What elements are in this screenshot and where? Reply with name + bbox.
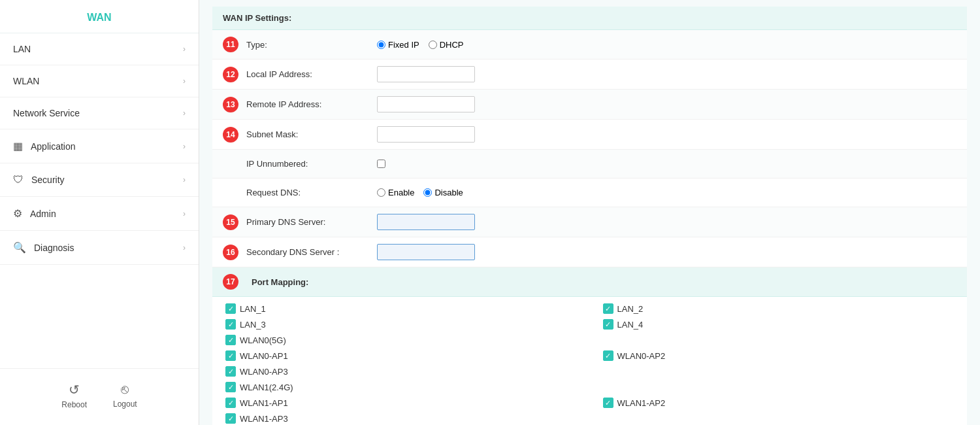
port-mapping-label: Port Mapping: (252, 277, 308, 287)
sidebar-item-diagnosis[interactable]: 🔍 Diagnosis › (0, 231, 199, 265)
sidebar-item-wlan[interactable]: WLAN › (0, 65, 199, 97)
lan4-checkbox-icon[interactable]: ✓ (603, 319, 613, 330)
reboot-button[interactable]: ↺ Reboot (61, 382, 87, 409)
lan3-checkbox-icon[interactable]: ✓ (225, 319, 236, 330)
sidebar-item-lan[interactable]: LAN › (0, 33, 199, 65)
lan3-label: LAN_3 (240, 320, 266, 330)
step-13-badge: 13 (223, 97, 238, 112)
wlan1-24g-checkbox-icon[interactable]: ✓ (225, 382, 236, 392)
chevron-right-icon: › (183, 209, 186, 218)
wlan1-ap2-label: WLAN1-AP2 (617, 398, 666, 408)
step-16-badge: 16 (223, 245, 238, 260)
chevron-right-icon: › (183, 109, 186, 118)
enable-label: Enable (388, 188, 414, 197)
port-item-lan3: ✓ LAN_3 (225, 319, 577, 330)
dhcp-radio-item[interactable]: DHCP (429, 40, 464, 50)
type-row: 11 Type: Fixed IP DHCP (212, 30, 967, 60)
sidebar-item-admin[interactable]: ⚙ Admin › (0, 197, 199, 231)
wlan0-ap1-checkbox-icon[interactable]: ✓ (225, 350, 236, 361)
wlan1-ap1-label: WLAN1-AP1 (240, 398, 288, 408)
sidebar-item-admin-label: Admin (30, 209, 183, 219)
wlan1-ap3-label: WLAN1-AP3 (240, 414, 288, 424)
sidebar: WAN LAN › WLAN › Network Service › ▦ App… (0, 0, 199, 425)
sidebar-item-security[interactable]: 🛡 Security › (0, 163, 199, 197)
logout-label: Logout (113, 400, 137, 409)
shield-icon: 🛡 (13, 174, 24, 186)
sidebar-title: WAN (0, 0, 199, 33)
wlan1-ap1-checkbox-icon[interactable]: ✓ (225, 398, 236, 408)
sidebar-item-network-service[interactable]: Network Service › (0, 97, 199, 129)
secondary-dns-control: 8.8.4.4 (377, 244, 956, 260)
port-item-wlan1-ap1: ✓ WLAN1-AP1 (225, 398, 577, 408)
logout-button[interactable]: ⎋ Logout (113, 382, 137, 409)
wlan0-5g-checkbox-icon[interactable]: ✓ (225, 335, 236, 345)
step-14-badge: 14 (223, 127, 238, 143)
wlan1-24g-label: WLAN1(2.4G) (240, 382, 293, 392)
type-label: Type: (246, 40, 377, 50)
remote-ip-row: 13 Remote IP Address: 192.168.60.1 (212, 90, 967, 120)
sidebar-item-diagnosis-label: Diagnosis (34, 243, 183, 253)
enable-radio[interactable] (377, 188, 385, 197)
dhcp-radio[interactable] (429, 41, 437, 49)
chevron-right-icon: › (183, 76, 186, 86)
primary-dns-control: 8.8.8.8 (377, 214, 956, 230)
enable-radio-item[interactable]: Enable (377, 188, 414, 197)
port-item-lan2: ✓ LAN_2 (603, 303, 955, 314)
subnet-mask-control: 255.255.255.0 (377, 126, 956, 143)
primary-dns-row: 15 Primary DNS Server: 8.8.8.8 (212, 207, 967, 237)
request-dns-control: Enable Disable (377, 188, 956, 197)
port-item-wlan0-ap2: ✓ WLAN0-AP2 (603, 350, 955, 361)
local-ip-row: 12 Local IP Address: 192.168.60.10 (212, 60, 967, 90)
port-item-wlan0-ap1: ✓ WLAN0-AP1 (225, 350, 577, 361)
port-item-wlan1-24g: ✓ WLAN1(2.4G) (225, 382, 577, 392)
step-15-badge: 15 (223, 214, 238, 230)
subnet-mask-input[interactable]: 255.255.255.0 (377, 126, 475, 143)
port-item-wlan1-ap2: ✓ WLAN1-AP2 (603, 398, 955, 408)
fixed-ip-radio[interactable] (377, 41, 385, 49)
wlan0-5g-label: WLAN0(5G) (240, 335, 286, 345)
local-ip-control: 192.168.60.10 (377, 66, 956, 82)
port-item-wlan0-ap3: ✓ WLAN0-AP3 (225, 366, 577, 377)
step-17-badge: 17 (223, 274, 238, 290)
primary-dns-label: Primary DNS Server: (246, 217, 377, 227)
lan4-label: LAN_4 (617, 320, 644, 330)
wlan0-ap2-checkbox-icon[interactable]: ✓ (603, 350, 613, 361)
ip-unnumbered-row: IP Unnumbered: (212, 150, 967, 178)
request-dns-label: Request DNS: (246, 188, 377, 197)
ip-unnumbered-label: IP Unnumbered: (246, 159, 377, 169)
disable-radio-item[interactable]: Disable (423, 188, 463, 197)
main-content: WAN IP Settings: 11 Type: Fixed IP DHCP (199, 0, 980, 425)
type-control: Fixed IP DHCP (377, 40, 956, 50)
lan2-checkbox-icon[interactable]: ✓ (603, 303, 613, 314)
remote-ip-control: 192.168.60.1 (377, 96, 956, 112)
disable-radio[interactable] (423, 188, 432, 197)
disable-label: Disable (434, 188, 463, 197)
search-icon: 🔍 (13, 241, 26, 254)
sidebar-item-network-service-label: Network Service (13, 108, 183, 118)
lan1-checkbox-icon[interactable]: ✓ (225, 303, 236, 314)
wlan1-ap3-checkbox-icon[interactable]: ✓ (225, 413, 236, 424)
subnet-mask-label: Subnet Mask: (246, 129, 377, 139)
wlan1-ap2-checkbox-icon[interactable]: ✓ (603, 398, 613, 408)
port-item-wlan0-5g: ✓ WLAN0(5G) (225, 335, 577, 345)
remote-ip-input[interactable]: 192.168.60.1 (377, 96, 475, 112)
ip-unnumbered-control (377, 160, 956, 168)
local-ip-input[interactable]: 192.168.60.10 (377, 66, 475, 82)
sidebar-item-application[interactable]: ▦ Application › (0, 129, 199, 163)
fixed-ip-label: Fixed IP (388, 40, 419, 50)
sidebar-item-security-label: Security (31, 175, 183, 185)
logout-icon: ⎋ (121, 382, 129, 397)
wlan0-ap3-checkbox-icon[interactable]: ✓ (225, 366, 236, 377)
primary-dns-input[interactable]: 8.8.8.8 (377, 214, 475, 230)
ip-unnumbered-checkbox[interactable] (377, 160, 385, 168)
fixed-ip-radio-item[interactable]: Fixed IP (377, 40, 419, 50)
remote-ip-label: Remote IP Address: (246, 99, 377, 109)
sidebar-item-application-label: Application (31, 141, 183, 152)
wlan0-ap3-label: WLAN0-AP3 (240, 367, 288, 377)
request-dns-radio-group: Enable Disable (377, 188, 463, 197)
secondary-dns-input[interactable]: 8.8.4.4 (377, 244, 475, 260)
request-dns-row: Request DNS: Enable Disable (212, 178, 967, 207)
sidebar-bottom: ↺ Reboot ⎋ Logout (0, 368, 199, 425)
dhcp-label: DHCP (440, 40, 464, 50)
secondary-dns-row: 16 Secondary DNS Server : 8.8.4.4 (212, 237, 967, 267)
